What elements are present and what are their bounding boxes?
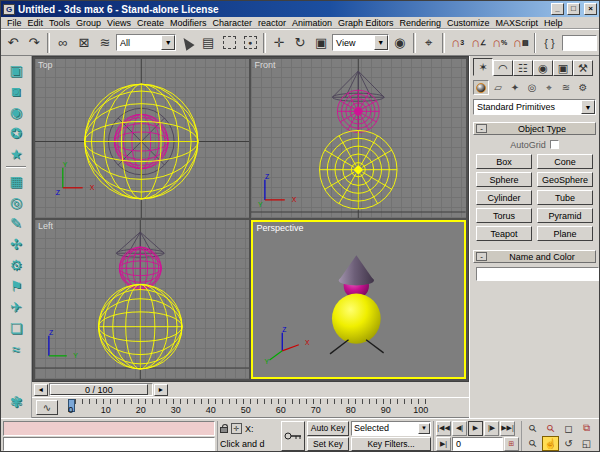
time-slider-handle[interactable]: 0 / 100 (50, 384, 148, 395)
tab-display-icon[interactable]: ▣ (553, 60, 573, 76)
menu-maxscript[interactable]: MAXScript (493, 18, 542, 28)
named-selection-sets-icon[interactable]: { } (539, 32, 559, 54)
selection-filter-dropdown[interactable]: All ▼ (116, 34, 176, 51)
viewport-top-label[interactable]: Top (38, 60, 53, 70)
menu-modifiers[interactable]: Modifiers (167, 18, 210, 28)
undo-icon[interactable]: ↶ (3, 32, 23, 54)
percent-snap-icon[interactable]: ∩% (490, 32, 510, 54)
arc-rotate-icon[interactable]: ↺ (560, 436, 577, 451)
minimize-button[interactable]: _ (551, 3, 564, 15)
region-zoom-icon[interactable]: ⚲ (524, 436, 541, 451)
zoom-all-icon[interactable]: ⚲ (542, 421, 559, 435)
tab-modeling-icon[interactable]: ✣ (4, 233, 28, 254)
zoom-extents-icon[interactable]: ◻ (560, 421, 577, 435)
named-selection-field[interactable] (562, 35, 597, 51)
tab-helpers-icon[interactable]: ▦ (4, 170, 28, 191)
select-and-rotate-icon[interactable]: ↻ (290, 32, 310, 54)
tab-waves-icon[interactable]: ≈ (4, 338, 28, 359)
menu-reactor[interactable]: reactor (255, 18, 289, 28)
tab-compound2-icon[interactable]: ❏ (4, 317, 28, 338)
viewport-front[interactable]: Front ZXY (251, 59, 466, 218)
set-keys-button[interactable] (281, 421, 305, 451)
zoom-icon[interactable]: ⚲ (524, 421, 541, 435)
torus-button[interactable]: Torus (476, 208, 532, 223)
chevron-down-icon[interactable]: ▼ (374, 35, 388, 50)
tab-systems-icon[interactable]: ⚙ (4, 254, 28, 275)
menu-rendering[interactable]: Rendering (397, 18, 445, 28)
select-object-icon[interactable] (177, 32, 197, 54)
tab-shapes-icon[interactable]: ◙ (4, 80, 28, 101)
tab-modifiers-icon[interactable]: ✎ (4, 212, 28, 233)
menu-character[interactable]: Character (209, 18, 255, 28)
rectangular-selection-region-icon[interactable] (219, 32, 239, 54)
category-shapes-icon[interactable]: ▱ (490, 80, 506, 95)
menu-tools[interactable]: Tools (46, 18, 73, 28)
category-lights-icon[interactable]: ✦ (507, 80, 523, 95)
maximize-button[interactable]: □ (567, 3, 580, 15)
use-pivot-center-icon[interactable]: ◉ (390, 32, 410, 54)
plane-button[interactable]: Plane (537, 226, 593, 241)
tab-create-icon[interactable]: ✶ (473, 58, 493, 76)
snap-toggle-3d-icon[interactable]: ∩3 (448, 32, 468, 54)
play-animation-icon[interactable]: ▶ (468, 421, 483, 436)
listener-script-line[interactable] (3, 437, 215, 452)
geosphere-button[interactable]: GeoSphere (537, 172, 593, 187)
select-and-manipulate-icon[interactable]: ⌖ (419, 32, 439, 54)
track-bar[interactable]: ∿ 0 10 20 30 40 50 60 70 80 90 100 (32, 397, 469, 418)
category-spacewarps-icon[interactable]: ≋ (558, 80, 574, 95)
bind-to-spacewarp-icon[interactable]: ≋ (95, 32, 115, 54)
cylinder-button[interactable]: Cylinder (476, 190, 532, 205)
select-and-scale-icon[interactable]: ▣ (311, 32, 331, 54)
sphere-button[interactable]: Sphere (476, 172, 532, 187)
angle-snap-icon[interactable]: ∩∠ (469, 32, 489, 54)
category-helpers-icon[interactable]: ⌖ (541, 80, 557, 95)
tab-particles-icon[interactable]: ★ (4, 143, 28, 164)
menu-group[interactable]: Group (73, 18, 104, 28)
viewport-top[interactable]: Top YXZ (35, 59, 250, 218)
time-slider-track[interactable]: 0 / 100 (49, 383, 153, 396)
tab-motion-icon[interactable]: ◉ (533, 60, 553, 76)
tab-shapes2-icon[interactable]: ◎ (4, 191, 28, 212)
category-cameras-icon[interactable]: ◎ (524, 80, 540, 95)
select-by-name-icon[interactable]: ▤ (198, 32, 218, 54)
close-button[interactable]: × (584, 3, 597, 15)
box-button[interactable]: Box (476, 154, 532, 169)
next-frame-icon[interactable]: |▶ (484, 421, 499, 436)
object-name-input[interactable] (476, 267, 599, 281)
time-configuration-icon[interactable]: ⊞ (504, 437, 519, 452)
spinner-snap-icon[interactable]: ∩▤ (511, 32, 531, 54)
go-to-end-icon[interactable]: ▶▶| (500, 421, 515, 436)
zoom-extents-all-icon[interactable]: ⧉ (578, 421, 595, 435)
previous-frame-icon[interactable]: ◀| (452, 421, 467, 436)
autogrid-checkbox[interactable] (550, 140, 559, 149)
set-key-button[interactable]: Set Key (307, 437, 349, 452)
menu-animation[interactable]: Animation (289, 18, 335, 28)
tab-objects-icon[interactable]: ▣ (4, 59, 28, 80)
menu-graph-editors[interactable]: Graph Editors (335, 18, 397, 28)
selection-lock-icon[interactable] (220, 427, 228, 433)
select-and-link-icon[interactable]: ∞ (53, 32, 73, 54)
tab-compounds-icon[interactable]: ◉ (4, 101, 28, 122)
tube-button[interactable]: Tube (537, 190, 593, 205)
collapse-icon[interactable]: - (476, 124, 487, 133)
tab-spacewarps-icon[interactable]: ⚑ (4, 275, 28, 296)
chevron-down-icon[interactable]: ▼ (418, 423, 430, 434)
chevron-down-icon[interactable]: ▼ (161, 35, 175, 50)
pyramid-button[interactable]: Pyramid (537, 208, 593, 223)
viewport-perspective-label[interactable]: Perspective (256, 223, 303, 233)
select-and-move-icon[interactable]: ✛ (269, 32, 289, 54)
tab-utilities-icon[interactable]: ⚒ (573, 60, 593, 76)
mini-curve-editor-icon[interactable]: ∿ (36, 400, 58, 415)
menu-file[interactable]: File (4, 18, 25, 28)
key-mode-toggle-icon[interactable]: ▶| (436, 437, 451, 452)
time-slider-prev-icon[interactable]: ◂ (34, 384, 48, 396)
tab-lights-cameras-icon[interactable]: ✪ (4, 122, 28, 143)
selected-dropdown[interactable]: Selected ▼ (351, 421, 431, 436)
menu-create[interactable]: Create (134, 18, 167, 28)
absolute-mode-icon[interactable]: ✛ (231, 423, 242, 434)
chevron-down-icon[interactable]: ▼ (581, 100, 595, 114)
menu-views[interactable]: Views (104, 18, 134, 28)
category-systems-icon[interactable]: ⚙ (575, 80, 591, 95)
tab-hierarchy-icon[interactable]: ☷ (513, 60, 533, 76)
tab-cameras-icon[interactable]: ✈ (4, 296, 28, 317)
